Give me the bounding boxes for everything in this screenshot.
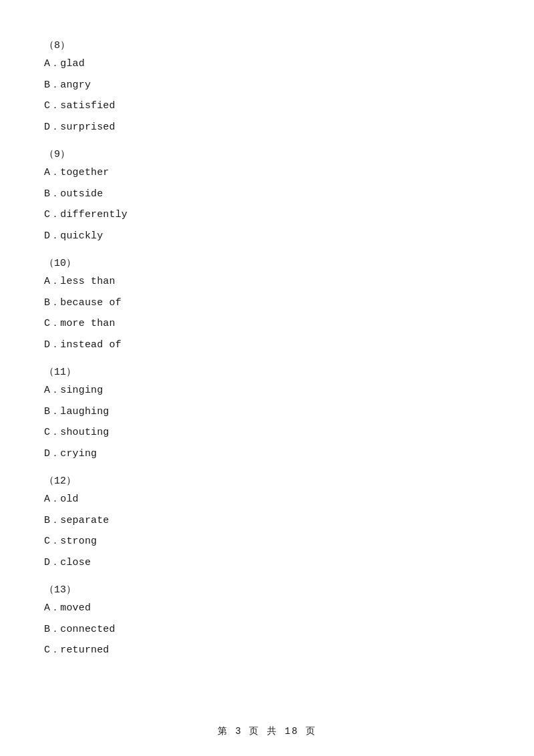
page-footer: 第 3 页 共 18 页 — [0, 725, 534, 737]
option-q13-b[interactable]: B．connected — [40, 621, 494, 638]
option-q13-c[interactable]: C．returned — [40, 642, 494, 659]
option-q8-c[interactable]: C．satisfied — [40, 98, 494, 115]
option-q10-d[interactable]: D．instead of — [40, 337, 494, 354]
footer-text: 第 3 页 共 18 页 — [218, 726, 316, 737]
option-q12-d[interactable]: D．close — [40, 554, 494, 572]
option-q11-d[interactable]: D．crying — [40, 445, 494, 463]
option-q12-c[interactable]: C．strong — [40, 533, 494, 550]
question-label-q13: （13） — [40, 583, 494, 596]
option-q9-c[interactable]: C．differently — [40, 206, 494, 224]
option-q11-c[interactable]: C．shouting — [40, 424, 494, 441]
option-q11-b[interactable]: B．laughing — [40, 403, 494, 421]
option-q10-c[interactable]: C．more than — [40, 315, 494, 333]
option-q12-b[interactable]: B．separate — [40, 512, 494, 530]
question-label-q12: （12） — [40, 474, 494, 487]
option-q10-b[interactable]: B．because of — [40, 295, 494, 312]
option-q8-b[interactable]: B．angry — [40, 77, 494, 94]
option-q9-d[interactable]: D．quickly — [40, 228, 494, 245]
option-q8-a[interactable]: A．glad — [40, 55, 494, 73]
option-q9-a[interactable]: A．together — [40, 164, 494, 182]
option-q13-a[interactable]: A．moved — [40, 600, 494, 617]
question-label-q8: （8） — [40, 39, 494, 51]
option-q10-a[interactable]: A．less than — [40, 273, 494, 291]
option-q9-b[interactable]: B．outside — [40, 186, 494, 203]
question-label-q11: （11） — [40, 365, 494, 378]
page-content: （8）A．gladB．angryC．satisfiedD．surprised（9… — [0, 0, 534, 703]
question-label-q9: （9） — [40, 148, 494, 160]
option-q8-d[interactable]: D．surprised — [40, 119, 494, 136]
option-q12-a[interactable]: A．old — [40, 491, 494, 508]
question-label-q10: （10） — [40, 256, 494, 269]
option-q11-a[interactable]: A．singing — [40, 382, 494, 399]
